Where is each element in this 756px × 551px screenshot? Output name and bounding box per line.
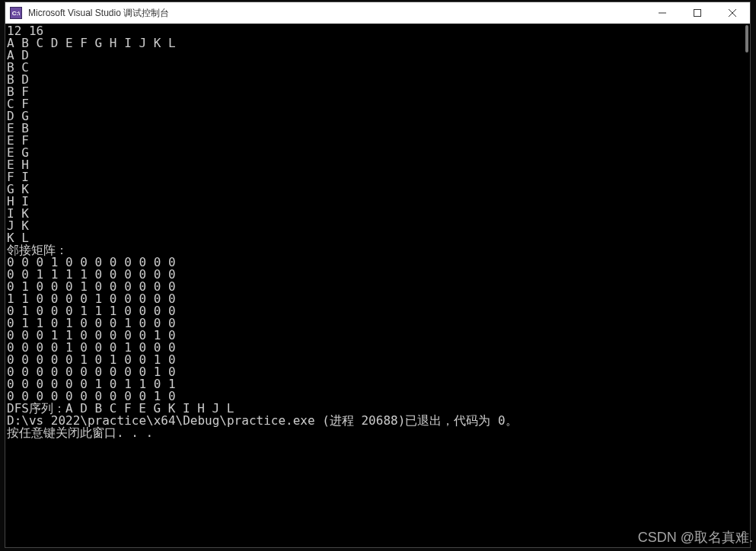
- vertical-scrollbar[interactable]: [738, 24, 750, 547]
- minimize-button[interactable]: [645, 2, 680, 24]
- scrollbar-thumb[interactable]: [745, 25, 748, 53]
- console-window: C:\ Microsoft Visual Studio 调试控制台 12 16 …: [5, 2, 751, 548]
- console-body: 12 16 A B C D E F G H I J K L A D B C B …: [5, 24, 750, 547]
- window-title: Microsoft Visual Studio 调试控制台: [28, 7, 645, 20]
- window-controls: [645, 2, 750, 24]
- close-button[interactable]: [715, 2, 750, 24]
- watermark-text: CSDN @取名真难.: [638, 528, 753, 546]
- app-icon: C:\: [10, 7, 22, 19]
- titlebar: C:\ Microsoft Visual Studio 调试控制台: [5, 2, 750, 24]
- console-output[interactable]: 12 16 A B C D E F G H I J K L A D B C B …: [5, 24, 738, 547]
- svg-rect-1: [694, 10, 701, 17]
- maximize-button[interactable]: [680, 2, 715, 24]
